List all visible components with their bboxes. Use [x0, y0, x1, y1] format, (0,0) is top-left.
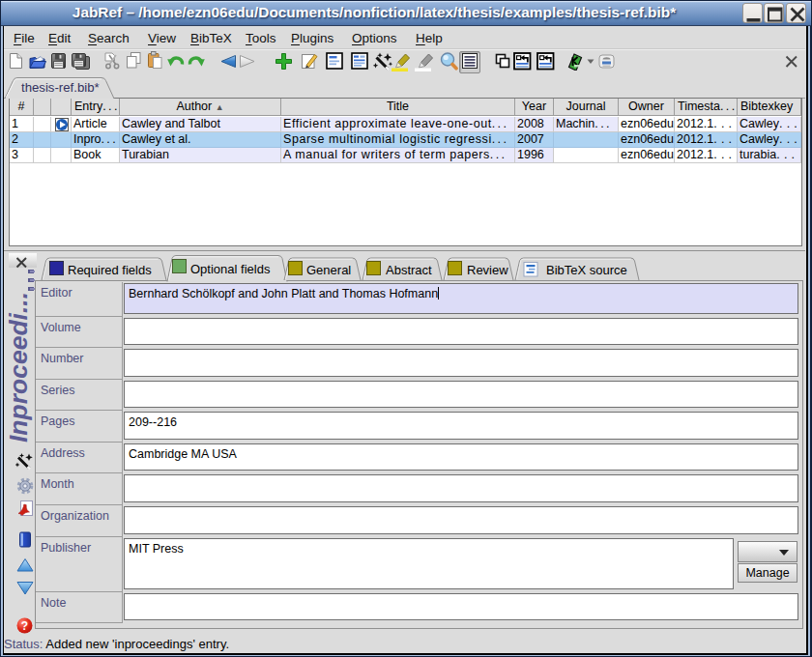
svg-text:thesis-ref.bib*: thesis-ref.bib*: [21, 80, 100, 95]
svg-text:?: ?: [21, 619, 28, 633]
